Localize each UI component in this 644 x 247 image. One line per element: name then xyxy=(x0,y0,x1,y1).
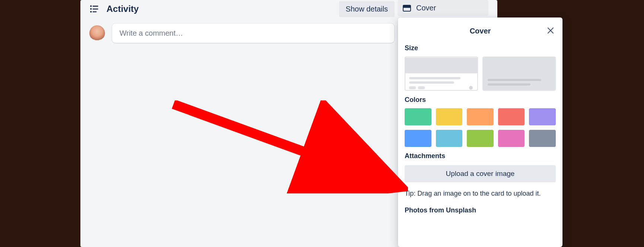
upload-cover-button[interactable]: Upload a cover image xyxy=(405,165,556,182)
close-button[interactable] xyxy=(545,26,556,36)
cover-button-label: Cover xyxy=(416,4,436,12)
svg-rect-7 xyxy=(403,5,411,8)
cover-size-half-preview-top xyxy=(405,58,477,73)
show-details-button[interactable]: Show details xyxy=(339,1,395,17)
color-swatch-sky[interactable] xyxy=(436,130,463,147)
cover-size-full[interactable] xyxy=(482,57,556,91)
card-sidebar: Cover xyxy=(398,0,488,16)
comment-row xyxy=(89,23,395,43)
cover-size-full-preview xyxy=(483,57,555,90)
close-icon xyxy=(547,27,554,35)
cover-size-half-preview-body xyxy=(405,73,477,90)
colors-label: Colors xyxy=(405,96,556,104)
color-swatch-purple[interactable] xyxy=(529,108,556,125)
cover-button[interactable]: Cover xyxy=(398,0,488,16)
avatar[interactable] xyxy=(89,25,105,41)
color-grid xyxy=(405,108,556,147)
cover-icon xyxy=(403,5,411,12)
activity-title: Activity xyxy=(106,4,139,14)
color-swatch-yellow[interactable] xyxy=(436,108,463,125)
svg-point-2 xyxy=(90,8,92,10)
activity-left: Activity xyxy=(89,4,139,14)
photos-label: Photos from Unsplash xyxy=(405,206,556,214)
popover-title: Cover xyxy=(470,27,491,35)
cover-popover: Cover Size xyxy=(398,17,562,247)
color-swatch-gray[interactable] xyxy=(529,130,556,147)
upload-tip: Tip: Drag an image on to the card to upl… xyxy=(405,189,556,198)
size-label: Size xyxy=(405,44,556,52)
svg-rect-5 xyxy=(93,12,97,13)
svg-point-4 xyxy=(90,11,92,12)
svg-rect-3 xyxy=(93,9,98,10)
size-options xyxy=(405,57,556,91)
color-swatch-blue[interactable] xyxy=(405,130,431,147)
color-swatch-green[interactable] xyxy=(405,108,431,125)
cover-size-half[interactable] xyxy=(405,57,478,91)
color-swatch-pink[interactable] xyxy=(498,130,525,147)
activity-header: Activity Show details xyxy=(89,0,395,18)
svg-point-0 xyxy=(90,5,92,7)
color-swatch-orange[interactable] xyxy=(467,108,494,125)
comment-input[interactable] xyxy=(112,23,395,43)
svg-rect-1 xyxy=(93,6,98,7)
popover-header: Cover xyxy=(405,23,556,39)
attachments-label: Attachments xyxy=(405,152,556,160)
main-column: Activity Show details xyxy=(89,0,395,43)
color-swatch-red[interactable] xyxy=(498,108,525,125)
color-swatch-lime[interactable] xyxy=(467,130,494,147)
activity-icon xyxy=(89,4,99,14)
